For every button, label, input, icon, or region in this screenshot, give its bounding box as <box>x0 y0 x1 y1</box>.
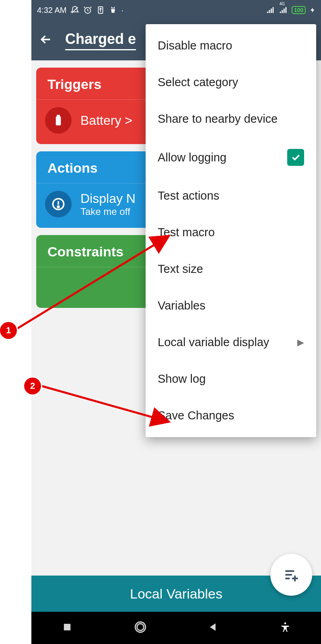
menu-text-size[interactable]: Text size <box>146 251 316 287</box>
svg-rect-13 <box>64 624 70 630</box>
dnd-icon <box>70 6 79 14</box>
plug-icon <box>109 6 117 14</box>
page-title[interactable]: Charged e <box>65 31 136 50</box>
actions-item-sublabel: Take me off <box>80 206 136 217</box>
svg-rect-4 <box>57 115 60 116</box>
alarm-icon <box>83 6 92 14</box>
annotation-1: 1 <box>0 322 17 339</box>
usb-icon <box>96 6 105 14</box>
menu-disable-macro[interactable]: Disable macro <box>146 27 316 64</box>
svg-point-15 <box>137 624 144 631</box>
notify-icon <box>45 191 72 217</box>
menu-show-log[interactable]: Show log <box>146 361 316 397</box>
menu-save-changes[interactable]: Save Changes <box>146 397 316 434</box>
allow-logging-checkbox[interactable] <box>287 149 304 166</box>
signal-icon <box>266 6 275 14</box>
charging-icon <box>310 6 315 14</box>
triggers-item-label: Battery > <box>80 113 132 128</box>
actions-item-label: Display N <box>80 191 136 206</box>
menu-variables[interactable]: Variables <box>146 287 316 324</box>
signal-4g-icon: 4G <box>279 6 288 14</box>
add-fab[interactable] <box>270 554 312 596</box>
menu-select-category[interactable]: Select category <box>146 64 316 101</box>
local-variables-label: Local Variables <box>130 586 222 602</box>
menu-test-actions[interactable]: Test actions <box>146 178 316 214</box>
nav-recent[interactable] <box>62 621 73 634</box>
phone-screen: 4:32 AM · 4G 100 <box>31 0 321 644</box>
status-bar: 4:32 AM · 4G 100 <box>31 0 321 20</box>
battery-indicator: 100 <box>292 6 306 14</box>
chevron-right-icon: ▶ <box>297 337 304 348</box>
menu-local-var-display[interactable]: Local variable display ▶ <box>146 324 316 361</box>
nav-back[interactable] <box>208 621 219 634</box>
svg-point-16 <box>284 622 286 624</box>
overflow-menu: Disable macro Select category Share to n… <box>146 24 316 437</box>
svg-point-7 <box>58 206 59 208</box>
nav-accessibility[interactable] <box>280 621 291 634</box>
menu-allow-logging[interactable]: Allow logging <box>146 137 316 178</box>
dot-icon: · <box>121 6 123 15</box>
status-time: 4:32 AM <box>37 6 66 15</box>
menu-test-macro[interactable]: Test macro <box>146 214 316 251</box>
battery-icon <box>45 107 72 134</box>
annotation-2: 2 <box>24 378 41 394</box>
menu-share-nearby[interactable]: Share to nearby device <box>146 101 316 137</box>
svg-rect-3 <box>56 116 61 126</box>
nav-bar <box>31 612 321 644</box>
nav-home[interactable] <box>134 620 147 636</box>
back-button[interactable] <box>39 32 53 48</box>
